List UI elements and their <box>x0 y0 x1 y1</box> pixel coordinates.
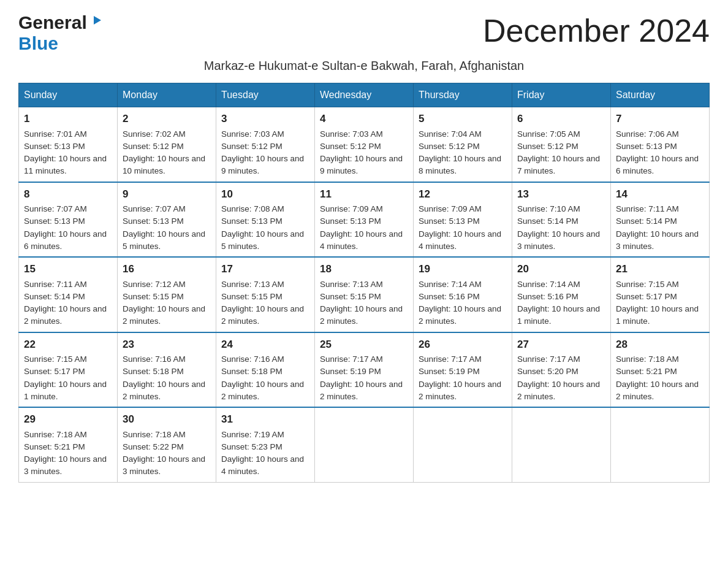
sunset-text: Sunset: 5:15 PM <box>320 291 408 303</box>
sunset-text: Sunset: 5:17 PM <box>616 291 704 303</box>
calendar-week-row: 29Sunrise: 7:18 AMSunset: 5:21 PMDayligh… <box>19 407 710 482</box>
sunset-text: Sunset: 5:13 PM <box>221 215 309 228</box>
daylight-text: Daylight: 10 hours and 4 minutes. <box>221 453 309 478</box>
daylight-text: Daylight: 10 hours and 4 minutes. <box>419 228 507 253</box>
day-number: 13 <box>517 186 605 202</box>
sunset-text: Sunset: 5:13 PM <box>24 140 112 153</box>
sunrise-text: Sunrise: 7:17 AM <box>517 353 605 366</box>
sunset-text: Sunset: 5:15 PM <box>123 291 211 303</box>
page-header: General Blue December 2024 <box>18 12 710 54</box>
sunrise-text: Sunrise: 7:11 AM <box>24 278 112 291</box>
column-header-thursday: Thursday <box>414 83 512 107</box>
calendar-cell: 9Sunrise: 7:07 AMSunset: 5:13 PMDaylight… <box>118 182 216 258</box>
sunset-text: Sunset: 5:13 PM <box>616 140 704 153</box>
calendar-table: SundayMondayTuesdayWednesdayThursdayFrid… <box>18 83 710 483</box>
sunset-text: Sunset: 5:22 PM <box>123 441 211 453</box>
calendar-cell: 27Sunrise: 7:17 AMSunset: 5:20 PMDayligh… <box>512 332 611 408</box>
day-number: 18 <box>320 261 408 277</box>
calendar-cell: 17Sunrise: 7:13 AMSunset: 5:15 PMDayligh… <box>216 257 315 332</box>
daylight-text: Daylight: 10 hours and 10 minutes. <box>123 153 211 178</box>
daylight-text: Daylight: 10 hours and 2 minutes. <box>24 303 112 328</box>
calendar-cell: 21Sunrise: 7:15 AMSunset: 5:17 PMDayligh… <box>611 257 710 332</box>
daylight-text: Daylight: 10 hours and 3 minutes. <box>123 453 211 478</box>
calendar-cell: 15Sunrise: 7:11 AMSunset: 5:14 PMDayligh… <box>19 257 118 332</box>
day-number: 10 <box>221 186 309 202</box>
sunrise-text: Sunrise: 7:02 AM <box>123 128 211 140</box>
daylight-text: Daylight: 10 hours and 6 minutes. <box>616 153 704 178</box>
day-number: 5 <box>419 111 507 127</box>
day-number: 22 <box>24 337 112 353</box>
sunset-text: Sunset: 5:12 PM <box>419 140 507 153</box>
sunset-text: Sunset: 5:20 PM <box>517 366 605 378</box>
calendar-cell: 2Sunrise: 7:02 AMSunset: 5:12 PMDaylight… <box>118 107 216 182</box>
sunrise-text: Sunrise: 7:09 AM <box>419 203 507 215</box>
calendar-cell: 4Sunrise: 7:03 AMSunset: 5:12 PMDaylight… <box>315 107 414 182</box>
calendar-cell: 12Sunrise: 7:09 AMSunset: 5:13 PMDayligh… <box>414 182 512 258</box>
calendar-cell <box>512 407 611 482</box>
sunrise-text: Sunrise: 7:11 AM <box>616 203 704 215</box>
day-number: 23 <box>123 337 211 353</box>
day-number: 9 <box>123 186 211 202</box>
sunset-text: Sunset: 5:23 PM <box>221 441 309 453</box>
page-subtitle: Markaz-e Hukumat-e Sultan-e Bakwah, Fara… <box>18 59 710 73</box>
day-number: 24 <box>221 337 309 353</box>
day-number: 20 <box>517 261 605 277</box>
daylight-text: Daylight: 10 hours and 3 minutes. <box>24 453 112 478</box>
daylight-text: Daylight: 10 hours and 2 minutes. <box>123 378 211 404</box>
day-number: 3 <box>221 111 309 127</box>
daylight-text: Daylight: 10 hours and 2 minutes. <box>419 303 507 328</box>
daylight-text: Daylight: 10 hours and 9 minutes. <box>221 153 309 178</box>
sunrise-text: Sunrise: 7:17 AM <box>419 353 507 366</box>
sunrise-text: Sunrise: 7:14 AM <box>517 278 605 291</box>
day-number: 31 <box>221 412 309 427</box>
column-header-wednesday: Wednesday <box>315 83 414 107</box>
calendar-cell: 20Sunrise: 7:14 AMSunset: 5:16 PMDayligh… <box>512 257 611 332</box>
sunset-text: Sunset: 5:18 PM <box>123 366 211 378</box>
daylight-text: Daylight: 10 hours and 3 minutes. <box>616 228 704 253</box>
calendar-cell <box>315 407 414 482</box>
sunrise-text: Sunrise: 7:01 AM <box>24 128 112 140</box>
sunrise-text: Sunrise: 7:10 AM <box>517 203 605 215</box>
day-number: 16 <box>123 261 211 277</box>
daylight-text: Daylight: 10 hours and 6 minutes. <box>24 228 112 253</box>
sunrise-text: Sunrise: 7:03 AM <box>221 128 309 140</box>
calendar-cell: 30Sunrise: 7:18 AMSunset: 5:22 PMDayligh… <box>118 407 216 482</box>
sunrise-text: Sunrise: 7:18 AM <box>123 429 211 441</box>
column-header-friday: Friday <box>512 83 611 107</box>
calendar-week-row: 22Sunrise: 7:15 AMSunset: 5:17 PMDayligh… <box>19 332 710 408</box>
calendar-cell: 22Sunrise: 7:15 AMSunset: 5:17 PMDayligh… <box>19 332 118 408</box>
day-number: 8 <box>24 186 112 202</box>
sunset-text: Sunset: 5:14 PM <box>24 291 112 303</box>
calendar-cell: 24Sunrise: 7:16 AMSunset: 5:18 PMDayligh… <box>216 332 315 408</box>
sunrise-text: Sunrise: 7:07 AM <box>123 203 211 215</box>
column-header-saturday: Saturday <box>611 83 710 107</box>
daylight-text: Daylight: 10 hours and 2 minutes. <box>221 303 309 328</box>
daylight-text: Daylight: 10 hours and 2 minutes. <box>320 303 408 328</box>
day-number: 6 <box>517 111 605 127</box>
sunset-text: Sunset: 5:18 PM <box>221 366 309 378</box>
sunset-text: Sunset: 5:13 PM <box>24 215 112 228</box>
sunrise-text: Sunrise: 7:08 AM <box>221 203 309 215</box>
calendar-cell: 23Sunrise: 7:16 AMSunset: 5:18 PMDayligh… <box>118 332 216 408</box>
sunset-text: Sunset: 5:13 PM <box>123 215 211 228</box>
column-header-tuesday: Tuesday <box>216 83 315 107</box>
calendar-cell: 31Sunrise: 7:19 AMSunset: 5:23 PMDayligh… <box>216 407 315 482</box>
page-title: December 2024 <box>483 12 710 49</box>
sunset-text: Sunset: 5:19 PM <box>320 366 408 378</box>
daylight-text: Daylight: 10 hours and 1 minute. <box>24 378 112 404</box>
calendar-cell: 13Sunrise: 7:10 AMSunset: 5:14 PMDayligh… <box>512 182 611 258</box>
day-number: 7 <box>616 111 704 127</box>
sunrise-text: Sunrise: 7:12 AM <box>123 278 211 291</box>
calendar-cell: 29Sunrise: 7:18 AMSunset: 5:21 PMDayligh… <box>19 407 118 482</box>
calendar-cell: 26Sunrise: 7:17 AMSunset: 5:19 PMDayligh… <box>414 332 512 408</box>
sunset-text: Sunset: 5:21 PM <box>616 366 704 378</box>
day-number: 30 <box>123 412 211 427</box>
daylight-text: Daylight: 10 hours and 2 minutes. <box>616 378 704 404</box>
sunrise-text: Sunrise: 7:07 AM <box>24 203 112 215</box>
calendar-cell: 14Sunrise: 7:11 AMSunset: 5:14 PMDayligh… <box>611 182 710 258</box>
day-number: 25 <box>320 337 408 353</box>
sunrise-text: Sunrise: 7:06 AM <box>616 128 704 140</box>
day-number: 17 <box>221 261 309 277</box>
sunset-text: Sunset: 5:12 PM <box>123 140 211 153</box>
column-header-sunday: Sunday <box>19 83 118 107</box>
